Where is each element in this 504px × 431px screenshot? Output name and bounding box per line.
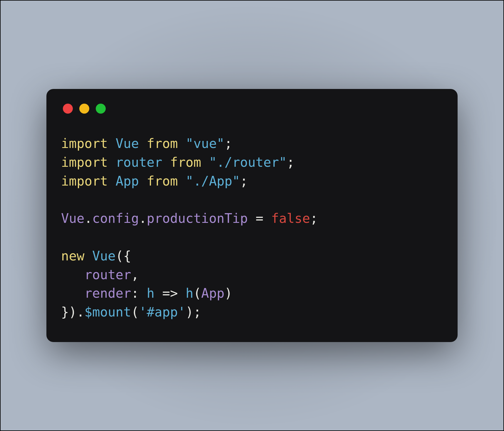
- indent: [61, 267, 84, 282]
- property: render: [84, 286, 131, 301]
- identifier: router: [115, 155, 162, 170]
- object-ref: Vue: [61, 211, 84, 226]
- dot: .: [84, 211, 92, 226]
- brace-close: }).: [61, 304, 84, 319]
- paren-open: (: [131, 304, 139, 319]
- minimize-icon[interactable]: [79, 104, 89, 114]
- indent: [61, 286, 84, 301]
- comma: ,: [131, 267, 139, 282]
- traffic-lights: [63, 104, 443, 114]
- string-literal: "./router": [209, 155, 287, 170]
- param: h: [147, 286, 154, 301]
- keyword-import: import: [61, 136, 108, 151]
- identifier: App: [201, 286, 224, 301]
- semicolon: ;: [310, 211, 318, 226]
- code-window: import Vue from "vue"; import router fro…: [46, 89, 458, 342]
- semicolon: ;: [240, 174, 248, 188]
- backdrop: import Vue from "vue"; import router fro…: [1, 1, 503, 430]
- semicolon: ;: [287, 155, 295, 170]
- semicolon: ;: [193, 304, 201, 319]
- zoom-icon[interactable]: [96, 104, 106, 114]
- equals: =: [248, 211, 271, 226]
- keyword-import: import: [61, 155, 108, 170]
- property: productionTip: [147, 211, 248, 226]
- semicolon: ;: [224, 136, 232, 151]
- arrow-fn: =>: [154, 286, 186, 301]
- string-literal: '#app': [139, 304, 186, 319]
- keyword-new: new: [61, 248, 84, 263]
- keyword-from: from: [170, 155, 201, 170]
- code-block: import Vue from "vue"; import router fro…: [61, 134, 443, 321]
- paren-close: ): [224, 286, 232, 301]
- property: router: [84, 267, 131, 282]
- identifier: Vue: [115, 136, 139, 151]
- string-literal: "vue": [186, 136, 224, 151]
- property: config: [92, 211, 139, 226]
- dot: .: [139, 211, 147, 226]
- string-literal: "./App": [186, 174, 240, 188]
- boolean-false: false: [271, 211, 310, 226]
- keyword-from: from: [147, 174, 178, 188]
- identifier: App: [115, 174, 139, 188]
- close-icon[interactable]: [63, 104, 73, 114]
- method: $mount: [84, 304, 131, 319]
- paren-open: (: [193, 286, 201, 301]
- identifier: Vue: [92, 248, 115, 263]
- paren-close: ): [186, 304, 194, 319]
- fn-call: h: [186, 286, 194, 301]
- keyword-from: from: [147, 136, 178, 151]
- keyword-import: import: [61, 174, 108, 188]
- brace-open: ({: [115, 248, 131, 263]
- colon: :: [131, 286, 147, 301]
